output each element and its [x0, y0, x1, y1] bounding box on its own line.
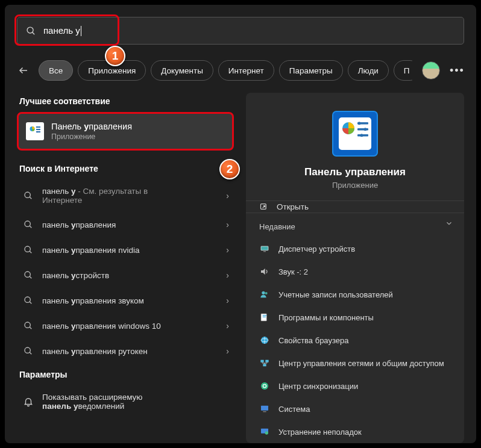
recent-item[interactable]: Устранение неполадок [251, 420, 459, 443]
svg-point-12 [25, 192, 30, 198]
best-match-subtitle: Приложение [51, 132, 132, 141]
search-icon [23, 219, 34, 230]
chevron-down-icon[interactable] [445, 219, 453, 228]
web-result-text: панель управления windows 10 [42, 322, 218, 331]
preview-app-icon [332, 111, 378, 157]
recent-item[interactable]: Свойства браузера [251, 329, 459, 352]
filter-row: Все Приложения Документы Интернет Параме… [17, 60, 464, 81]
svg-point-32 [364, 128, 367, 131]
more-icon[interactable]: ••• [450, 64, 464, 77]
recent-item[interactable]: Звук -: 2 [251, 260, 459, 283]
results-column: Лучшее соответствие Панель управления Пр… [17, 93, 234, 443]
search-icon [23, 295, 34, 306]
svg-line-15 [30, 226, 31, 228]
svg-rect-35 [261, 246, 268, 250]
sync-icon [259, 381, 270, 391]
svg-line-1 [33, 32, 35, 34]
svg-point-39 [265, 292, 268, 294]
svg-point-0 [27, 27, 33, 33]
web-result[interactable]: панель управления › [17, 212, 234, 237]
svg-point-33 [360, 134, 363, 137]
chevron-right-icon: › [226, 296, 229, 305]
svg-point-31 [358, 122, 361, 125]
svg-rect-42 [263, 317, 266, 317]
web-result[interactable]: панель управления nvidia › [17, 237, 234, 263]
recent-item[interactable]: Центр синхронизации [251, 375, 459, 397]
svg-line-19 [30, 276, 31, 278]
open-action[interactable]: Открыть [246, 201, 464, 212]
back-button[interactable] [17, 64, 30, 77]
section-best-match: Лучшее соответствие [19, 96, 234, 106]
search-icon [23, 320, 34, 331]
web-result[interactable]: панель устройств › [17, 263, 234, 288]
web-result[interactable]: панель управления windows 10 › [17, 313, 234, 338]
search-icon [26, 26, 36, 36]
browser-icon [259, 335, 270, 346]
web-result-text: панель управления рутокен [42, 347, 218, 356]
network-icon [259, 358, 270, 369]
svg-point-38 [262, 291, 265, 294]
tab-overflow[interactable]: П [394, 60, 412, 81]
svg-point-24 [25, 347, 30, 353]
control-panel-icon [26, 122, 44, 140]
svg-rect-36 [263, 251, 266, 252]
best-match-item[interactable]: Панель управления Приложение [17, 112, 234, 151]
recent-item[interactable]: Учетные записи пользователей [251, 283, 459, 306]
svg-line-25 [30, 352, 31, 354]
preview-pane: Панель управления Приложение Открыть Нед… [246, 93, 464, 443]
svg-marker-37 [261, 269, 265, 275]
recent-item[interactable]: Система [251, 397, 459, 420]
svg-rect-50 [261, 406, 268, 411]
svg-rect-51 [263, 411, 266, 412]
search-input[interactable]: панель у [43, 25, 81, 37]
bell-icon [23, 396, 34, 407]
svg-point-9 [36, 126, 38, 128]
troubleshoot-icon [259, 426, 270, 437]
web-result[interactable]: панель управления звуком › [17, 288, 234, 313]
recent-item[interactable]: Диспетчер устройств [251, 237, 459, 260]
svg-point-20 [25, 297, 30, 302]
tab-people[interactable]: Люди [348, 60, 389, 81]
svg-line-21 [30, 302, 31, 303]
preview-title: Панель управления [304, 166, 406, 178]
section-web: Поиск в Интернете [19, 164, 234, 173]
web-result-text: панель устройств [42, 271, 218, 280]
search-icon [23, 244, 34, 255]
svg-line-17 [30, 251, 31, 253]
chevron-right-icon: › [226, 346, 229, 356]
svg-point-16 [25, 246, 30, 252]
web-result[interactable]: панель управления рутокен › [17, 338, 234, 364]
preview-subtitle: Приложение [332, 181, 378, 190]
tab-all[interactable]: Все [39, 60, 73, 81]
user-avatar[interactable] [422, 61, 440, 79]
recent-item[interactable]: Центр управления сетями и общим доступом [251, 352, 459, 375]
chevron-right-icon: › [226, 220, 229, 229]
web-result-text: панель управления [42, 220, 218, 229]
recent-header: Недавние [246, 213, 464, 237]
svg-point-53 [265, 431, 268, 434]
section-settings: Параметры [19, 370, 234, 379]
search-panel: панель у 1 Все Приложения Документы Инте… [4, 4, 477, 444]
settings-result-text: Показывать расширяемую панель уведомлени… [42, 393, 142, 411]
settings-result[interactable]: Показывать расширяемую панель уведомлени… [17, 385, 234, 418]
search-wrap: панель у [17, 17, 464, 45]
svg-line-23 [30, 327, 31, 329]
svg-point-49 [261, 382, 268, 390]
filter-tabs: Все Приложения Документы Интернет Параме… [39, 60, 412, 81]
chevron-right-icon: › [226, 245, 229, 255]
best-match-title: Панель управления [51, 122, 132, 131]
search-icon [23, 270, 34, 281]
device-manager-icon [259, 243, 270, 254]
svg-point-18 [25, 272, 30, 277]
svg-line-13 [30, 197, 31, 199]
tab-settings[interactable]: Параметры [279, 60, 343, 81]
web-result[interactable]: панель у - См. результаты вИнтернете › [17, 179, 234, 212]
chevron-right-icon: › [226, 191, 229, 201]
tab-docs[interactable]: Документы [151, 60, 213, 81]
chevron-right-icon: › [226, 321, 229, 331]
svg-rect-46 [260, 360, 263, 362]
search-box[interactable]: панель у [17, 17, 464, 45]
tab-internet[interactable]: Интернет [218, 60, 274, 81]
recent-item[interactable]: Программы и компоненты [251, 306, 459, 329]
annotation-badge-1: 1 [105, 46, 125, 66]
